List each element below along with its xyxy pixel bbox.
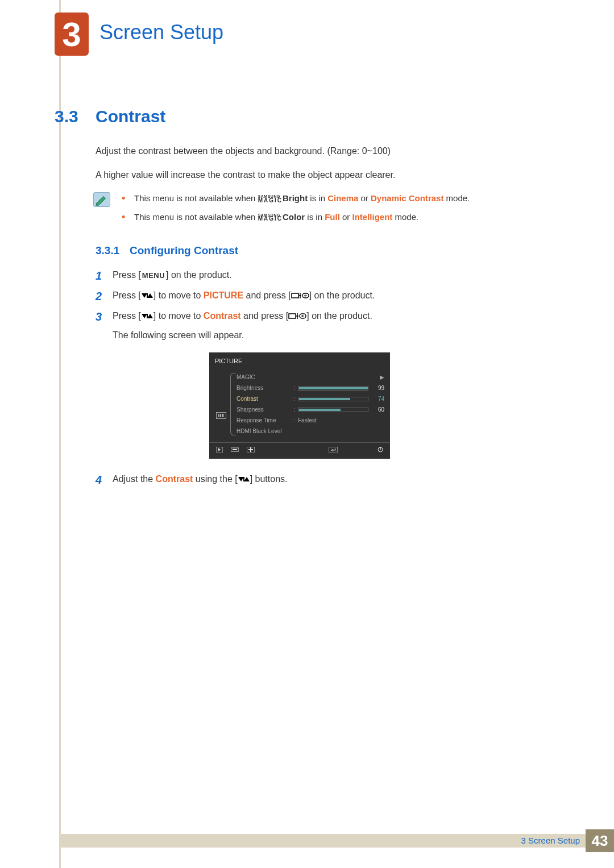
osd-footer — [209, 442, 390, 456]
section-number: 3.3 — [55, 107, 78, 126]
intro-paragraph-2: A higher value will increase the contras… — [96, 168, 562, 182]
osd-row-response: Response Time : Fastest — [237, 415, 384, 426]
osd-menu: MAGIC ▶ Brightness : 99 Contrast — [227, 372, 384, 437]
chapter-title: Screen Setup — [99, 20, 223, 44]
power-icon — [377, 446, 383, 455]
step-4: 4 Adjust the Contrast using the [] butto… — [96, 472, 562, 486]
svg-rect-14 — [380, 447, 380, 450]
samsung-magic-label: SAMSUNGMAGIC — [258, 214, 283, 221]
source-enter-icon — [291, 290, 309, 300]
osd-screenshot: PICTURE MAGIC ▶ Brightness — [209, 352, 390, 459]
step-1: 1 Press [MENU] on the product. — [96, 268, 562, 282]
subsection-number: 3.3.1 — [96, 244, 119, 256]
footer-strip — [59, 834, 586, 848]
section-title: Contrast — [96, 107, 165, 126]
source-enter-icon — [288, 311, 306, 321]
page-footer: 3 Screen Setup 43 — [59, 829, 614, 852]
content-area: Adjust the contrast between the objects … — [96, 144, 562, 493]
osd-row-hdmi: HDMI Black Level — [237, 426, 384, 437]
sharpness-slider — [298, 408, 368, 412]
osd-row-magic: MAGIC ▶ — [237, 372, 384, 383]
step-2: 2 Press [] to move to PICTURE and press … — [96, 289, 562, 302]
svg-rect-11 — [250, 447, 251, 452]
back-icon — [216, 446, 223, 455]
svg-rect-4 — [289, 314, 296, 318]
note-block: This menu is not available when SAMSUNGM… — [96, 192, 562, 223]
contrast-slider — [298, 397, 368, 401]
svg-rect-3 — [147, 314, 148, 318]
left-margin-strip — [59, 0, 61, 868]
subsection-title: Configuring Contrast — [130, 244, 238, 256]
enter-icon — [329, 446, 338, 455]
menu-button-label: MENU — [141, 270, 166, 281]
step-3-note: The following screen will appear. — [113, 329, 562, 342]
svg-rect-1 — [292, 293, 298, 298]
svg-rect-8 — [233, 449, 237, 450]
footer-label: 3 Screen Setup — [521, 836, 580, 845]
svg-rect-15 — [243, 477, 244, 481]
osd-row-brightness: Brightness : 99 — [237, 383, 384, 393]
chapter-number-badge: 3 — [55, 13, 89, 56]
osd-row-contrast: Contrast : 74 — [237, 393, 384, 404]
steps-list: 1 Press [MENU] on the product. 2 Press [… — [96, 268, 562, 486]
osd-row-sharpness: Sharpness : 60 — [237, 404, 384, 415]
samsung-magic-label: SAMSUNGMAGIC — [258, 196, 283, 202]
osd-title: PICTURE — [209, 352, 390, 370]
subsection-heading: 3.3.1 Configuring Contrast — [96, 243, 562, 259]
page-number: 43 — [586, 829, 614, 852]
minus-icon — [231, 446, 239, 455]
down-up-arrows-icon — [238, 474, 250, 484]
picture-tab-icon — [216, 412, 226, 419]
down-up-arrows-icon — [141, 290, 154, 300]
down-up-arrows-icon — [141, 311, 154, 321]
chevron-right-icon: ▶ — [372, 372, 384, 383]
note-list: This menu is not available when SAMSUNGM… — [134, 192, 562, 223]
plus-icon — [247, 446, 255, 455]
step-3: 3 Press [] to move to Contrast and press… — [96, 309, 562, 459]
brightness-slider — [298, 386, 368, 391]
note-item-2: This menu is not available when SAMSUNGM… — [134, 211, 562, 224]
note-icon — [93, 192, 110, 207]
svg-rect-12 — [329, 447, 338, 452]
osd-left-icons — [215, 372, 227, 437]
svg-rect-0 — [147, 293, 148, 298]
osd-body: MAGIC ▶ Brightness : 99 Contrast — [209, 369, 390, 442]
note-item-1: This menu is not available when SAMSUNGM… — [134, 192, 562, 205]
intro-paragraph-1: Adjust the contrast between the objects … — [96, 144, 562, 158]
chapter-number: 3 — [62, 15, 81, 54]
